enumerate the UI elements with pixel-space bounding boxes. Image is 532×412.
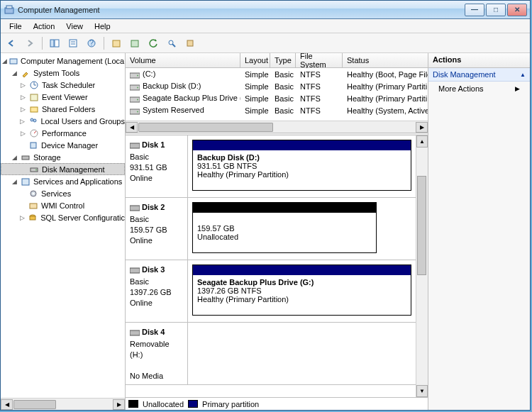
svg-rect-25 bbox=[22, 156, 29, 160]
menu-view[interactable]: View bbox=[60, 21, 89, 32]
volume-row[interactable]: (C:)SimpleBasicNTFSHealthy (Boot, Page F… bbox=[126, 68, 428, 80]
volume-row[interactable]: Seagate Backup Plus Drive (G:)SimpleBasi… bbox=[126, 92, 428, 104]
help-button[interactable]: ? bbox=[84, 35, 99, 51]
partition[interactable]: Seagate Backup Plus Drive (G:)1397.26 GB… bbox=[192, 265, 411, 316]
svg-rect-42 bbox=[130, 143, 140, 148]
tree-services-apps[interactable]: ◢ Services and Applications bbox=[1, 175, 125, 187]
volume-name: Seagate Backup Plus Drive (G:) bbox=[143, 94, 240, 102]
disk-sub: Basic bbox=[130, 214, 183, 225]
menu-file[interactable]: File bbox=[4, 21, 28, 32]
titlebar[interactable]: Computer Management — □ ✕ bbox=[1, 1, 530, 19]
performance-icon bbox=[28, 128, 40, 139]
partition[interactable]: Backup Disk (D:)931.51 GB NTFSHealthy (P… bbox=[192, 140, 411, 191]
tree-storage-label: Storage bbox=[33, 153, 61, 162]
drive-icon bbox=[130, 72, 140, 79]
toolbar-button-8[interactable] bbox=[164, 35, 179, 51]
tree-services[interactable]: Services bbox=[1, 187, 125, 199]
tree-h-scrollbar[interactable]: ◀ ▶ bbox=[1, 398, 125, 410]
volume-status: Healthy (Primary Partiti bbox=[343, 94, 428, 103]
volume-type: Basic bbox=[270, 106, 296, 115]
toolbar-button-5[interactable] bbox=[109, 35, 124, 51]
svg-rect-18 bbox=[31, 94, 38, 101]
disk-row[interactable]: Disk 3Basic1397.26 GBOnlineSeagate Backu… bbox=[126, 260, 416, 323]
tree-services-apps-label: Services and Applications bbox=[33, 177, 122, 186]
disk-row[interactable]: Disk 4Removable (H:) No Media bbox=[126, 323, 416, 385]
tree-wmi[interactable]: WMI Control bbox=[1, 199, 125, 211]
scroll-up-button[interactable]: ▲ bbox=[416, 135, 428, 147]
svg-point-20 bbox=[31, 118, 33, 121]
partition-status: Healthy (Primary Partition) bbox=[197, 295, 406, 304]
legend: Unallocated Primary partition bbox=[126, 397, 428, 410]
back-button[interactable] bbox=[4, 35, 19, 51]
tree-disk-management[interactable]: Disk Management bbox=[1, 163, 125, 175]
scroll-left-button[interactable]: ◀ bbox=[1, 399, 13, 410]
tree-event-viewer[interactable]: ▷ Event Viewer bbox=[1, 91, 125, 103]
menu-bar: File Action View Help bbox=[1, 19, 530, 33]
tree-shared-folders[interactable]: ▷ Shared Folders bbox=[1, 103, 125, 115]
col-fs[interactable]: File System bbox=[296, 53, 343, 67]
volume-fs: NTFS bbox=[296, 70, 343, 79]
window-title: Computer Management bbox=[18, 6, 100, 14]
console-tree[interactable]: ◢ Computer Management (Local ◢ System To… bbox=[1, 53, 125, 398]
tree-system-tools[interactable]: ◢ System Tools bbox=[1, 67, 125, 79]
close-button[interactable]: ✕ bbox=[507, 4, 527, 16]
col-layout[interactable]: Layout bbox=[240, 53, 270, 67]
tree-task-scheduler[interactable]: ▷ Task Scheduler bbox=[1, 79, 125, 91]
menu-help[interactable]: Help bbox=[89, 21, 116, 32]
actions-group-disk-management[interactable]: Disk Management ▲ bbox=[428, 68, 530, 82]
toolbar-button-6[interactable] bbox=[127, 35, 143, 51]
partition-size: 931.51 GB NTFS bbox=[197, 162, 406, 170]
tree-event-viewer-label: Event Viewer bbox=[42, 93, 88, 101]
maximize-button[interactable]: □ bbox=[486, 4, 506, 16]
properties-button[interactable] bbox=[65, 35, 81, 51]
volume-status: Healthy (System, Active bbox=[343, 106, 428, 115]
svg-rect-43 bbox=[130, 206, 140, 211]
tree-device-manager[interactable]: Device Manager bbox=[1, 139, 125, 151]
tree-performance-label: Performance bbox=[42, 129, 87, 138]
col-status[interactable]: Status bbox=[343, 53, 428, 67]
more-actions[interactable]: More Actions ▶ bbox=[428, 82, 530, 96]
col-type[interactable]: Type bbox=[270, 53, 296, 67]
disk-row[interactable]: Disk 1Basic931.51 GBOnlineBackup Disk (D… bbox=[126, 135, 416, 198]
volume-h-scrollbar[interactable]: ◀ ▶ bbox=[126, 121, 428, 133]
volume-fs: NTFS bbox=[296, 106, 343, 115]
tree-root[interactable]: ◢ Computer Management (Local bbox=[1, 55, 125, 67]
disk-info: Disk 4Removable (H:) No Media bbox=[126, 323, 188, 384]
scroll-left-button[interactable]: ◀ bbox=[126, 122, 138, 133]
volume-row[interactable]: System ReservedSimpleBasicNTFSHealthy (S… bbox=[126, 104, 428, 116]
menu-action[interactable]: Action bbox=[28, 21, 61, 32]
disk-icon bbox=[130, 329, 140, 336]
toolbar-button-9[interactable] bbox=[182, 35, 198, 51]
forward-button[interactable] bbox=[22, 35, 38, 51]
volume-status: Healthy (Boot, Page File bbox=[343, 70, 428, 79]
tree-sql[interactable]: ▷ SQL Server Configuratic bbox=[1, 211, 125, 223]
tree-wmi-label: WMI Control bbox=[41, 201, 84, 210]
tree-storage[interactable]: ◢ Storage bbox=[1, 151, 125, 163]
refresh-button[interactable] bbox=[145, 35, 161, 51]
volume-row[interactable]: Backup Disk (D:)SimpleBasicNTFSHealthy (… bbox=[126, 80, 428, 92]
disk-graphical-view: Disk 1Basic931.51 GBOnlineBackup Disk (D… bbox=[126, 135, 428, 410]
disk-size: 159.57 GB bbox=[130, 225, 183, 235]
scroll-down-button[interactable]: ▼ bbox=[416, 385, 428, 397]
show-hide-tree-button[interactable] bbox=[47, 35, 62, 51]
col-volume[interactable]: Volume bbox=[126, 53, 240, 67]
disk-state: Online bbox=[130, 298, 183, 308]
svg-text:?: ? bbox=[89, 38, 94, 47]
scroll-right-button[interactable]: ▶ bbox=[416, 122, 428, 133]
disk-size: 931.51 GB bbox=[130, 162, 183, 173]
tree-local-users-label: Local Users and Groups bbox=[40, 117, 125, 126]
volume-list[interactable]: (C:)SimpleBasicNTFSHealthy (Boot, Page F… bbox=[126, 68, 428, 116]
svg-rect-31 bbox=[30, 204, 37, 208]
tree-performance[interactable]: ▷ Performance bbox=[1, 127, 125, 139]
tree-local-users[interactable]: ▷ Local Users and Groups bbox=[1, 115, 125, 127]
minimize-button[interactable]: — bbox=[465, 4, 484, 16]
chevron-right-icon: ▶ bbox=[515, 85, 520, 92]
scroll-right-button[interactable]: ▶ bbox=[113, 399, 125, 410]
disk-row[interactable]: Disk 2Basic159.57 GBOnline 159.57 GBUnal… bbox=[126, 198, 416, 260]
drive-icon bbox=[130, 96, 140, 103]
partition-unallocated[interactable]: 159.57 GBUnallocated bbox=[192, 202, 377, 253]
svg-point-41 bbox=[137, 111, 138, 112]
actions-group-label: Disk Management bbox=[433, 70, 496, 79]
disk-sub: Basic bbox=[130, 277, 183, 287]
disk-v-scrollbar[interactable]: ▲ ▼ bbox=[416, 135, 428, 397]
